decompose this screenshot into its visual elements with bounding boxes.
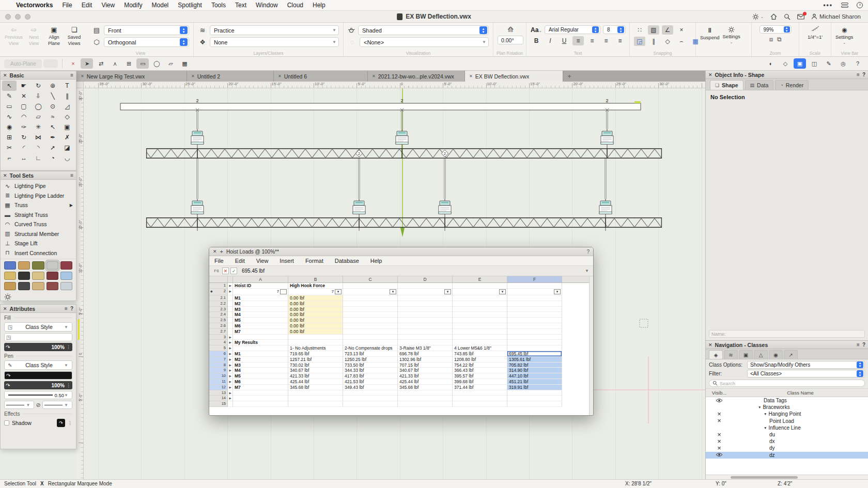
worksheet-cell[interactable]: 0.00 lbf bbox=[288, 307, 343, 312]
worksheet-row[interactable]: ◆2▶77▼▼▼▼▼ bbox=[209, 289, 589, 295]
worksheet-title-bar[interactable]: ✕ + Hoist Loads @ 100%** ? bbox=[209, 247, 593, 256]
bold-button[interactable]: B bbox=[531, 36, 542, 45]
worksheet-cell[interactable]: ▼ bbox=[398, 289, 453, 295]
basic-tool-icon[interactable]: ⊕ bbox=[45, 81, 60, 91]
worksheet-row[interactable]: 2.4M40.00 lbf bbox=[209, 312, 589, 318]
align-center-button[interactable]: ≡ bbox=[586, 36, 598, 45]
control-center-icon[interactable] bbox=[841, 3, 848, 8]
polygon-marquee-mode-icon[interactable]: ▱ bbox=[164, 58, 177, 69]
tool-set-tile[interactable] bbox=[4, 272, 16, 280]
add-worksheet-icon[interactable]: + bbox=[220, 248, 223, 255]
active-class-dropdown[interactable]: None▼ bbox=[210, 37, 339, 47]
worksheet-cell[interactable] bbox=[507, 295, 562, 301]
pen-color-swatch[interactable]: ↷ bbox=[4, 371, 72, 380]
hoist-loads-window[interactable]: ✕ + Hoist Loads @ 100%** ? FileEditViewI… bbox=[209, 247, 594, 416]
snap-mode-icon[interactable]: ∥ bbox=[648, 37, 659, 46]
worksheet-cell[interactable] bbox=[453, 340, 507, 345]
tab-shape[interactable]: ❏Shape bbox=[710, 80, 743, 90]
worksheet-cell[interactable]: 0.00 lbf bbox=[288, 329, 343, 335]
worksheet-cell[interactable]: 1302.96 lbf bbox=[398, 357, 453, 363]
settings-button[interactable]: Settings⌄ bbox=[723, 25, 740, 50]
line-thickness-dropdown[interactable]: 0.50▼ bbox=[4, 391, 72, 399]
worksheet-row[interactable]: 13▶ bbox=[209, 390, 589, 396]
visibility-toggle[interactable]: × bbox=[706, 432, 733, 438]
row-disclosure-arrow[interactable]: ▶ bbox=[228, 379, 233, 385]
row-disclosure-arrow[interactable]: ▶ bbox=[228, 340, 233, 345]
new-tab-button[interactable]: + bbox=[563, 71, 576, 82]
row-number[interactable]: 1 bbox=[209, 283, 228, 289]
worksheet-cell[interactable]: 345.68 lbf bbox=[288, 385, 343, 390]
basic-tool-icon[interactable]: ⊙ bbox=[45, 101, 60, 112]
align-plane-button[interactable]: ▣AlignPlane bbox=[44, 25, 64, 50]
worksheet-cell[interactable] bbox=[343, 301, 398, 307]
row-number[interactable]: 3 bbox=[209, 335, 228, 340]
tool-set-item-structural-member[interactable]: ▥Structural Member bbox=[1, 229, 76, 239]
class-row-dx[interactable]: ×dx bbox=[706, 438, 868, 445]
disable-snap-icon[interactable]: × bbox=[67, 58, 79, 69]
menu-item-model[interactable]: Model bbox=[147, 2, 174, 9]
snap-loupe-icon[interactable]: ⋏ bbox=[109, 58, 121, 69]
tool-set-tile[interactable] bbox=[18, 282, 30, 290]
basic-tool-icon[interactable]: ✂ bbox=[2, 143, 17, 153]
palette-menu-icon[interactable]: ≡ bbox=[70, 72, 73, 78]
navigation-tab-icon[interactable]: ◉ bbox=[769, 350, 783, 359]
class-row-du[interactable]: ×du bbox=[706, 431, 868, 438]
close-palette-icon[interactable]: ✕ bbox=[708, 72, 712, 77]
accept-entry-button[interactable]: ✓ bbox=[230, 267, 237, 274]
worksheet-cell[interactable] bbox=[398, 335, 453, 340]
row-number[interactable]: 14 bbox=[209, 396, 228, 401]
worksheet-cell[interactable]: 399.68 lbf bbox=[453, 379, 507, 385]
worksheet-cell[interactable]: 395.57 lbf bbox=[453, 373, 507, 379]
worksheet-cell[interactable]: 344.33 lbf bbox=[343, 368, 398, 373]
worksheet-cell[interactable] bbox=[507, 401, 562, 407]
active-layer-dropdown[interactable]: Practice▼ bbox=[210, 25, 339, 35]
cancel-entry-button[interactable]: ✕ bbox=[222, 267, 229, 274]
line-style-dropdown[interactable]: ▼ bbox=[4, 401, 34, 409]
worksheet-cell[interactable]: M3 bbox=[233, 307, 288, 312]
row-disclosure-arrow[interactable] bbox=[228, 401, 233, 407]
document-tab[interactable]: ✕2021.12-bw-wo...ple.v2024.vwx bbox=[368, 71, 465, 82]
saved-views-button[interactable]: ❏SavedViews bbox=[65, 25, 84, 50]
document-tab[interactable]: ✕Untitled 6 bbox=[274, 71, 368, 82]
worksheet-cell[interactable]: 319.91 lbf bbox=[507, 385, 562, 390]
worksheet-menu-format[interactable]: Format bbox=[305, 258, 330, 264]
worksheet-menu-database[interactable]: Database bbox=[335, 258, 365, 264]
render-options-icon[interactable]: ◎ bbox=[837, 58, 849, 69]
worksheet-cell[interactable] bbox=[398, 390, 453, 396]
tab-data[interactable]: ▤Data bbox=[745, 80, 774, 90]
row-number[interactable]: 2.7 bbox=[209, 329, 228, 335]
tab-render[interactable]: ◔Render bbox=[775, 80, 809, 90]
close-tab-icon[interactable]: ✕ bbox=[81, 74, 84, 78]
worksheet-cell[interactable]: 0.00 lbf bbox=[288, 323, 343, 329]
worksheet-cell[interactable]: 421.33 lbf bbox=[288, 373, 343, 379]
class-name-column-header[interactable]: Class Name bbox=[733, 390, 868, 396]
view-bar-settings-button[interactable]: ◉Settings⌄ bbox=[835, 25, 853, 50]
pen-style-dropdown[interactable]: ✎Class Style▼ bbox=[4, 360, 72, 370]
row-number[interactable]: 10 bbox=[209, 373, 228, 379]
close-tab-icon[interactable]: ✕ bbox=[469, 74, 473, 78]
worksheet-cell[interactable] bbox=[343, 396, 398, 401]
object-name-field[interactable]: Name: bbox=[709, 330, 865, 338]
font-dropdown[interactable]: Arial Regular▲▼ bbox=[545, 25, 600, 34]
formula-value[interactable]: 695.45 lbf bbox=[242, 268, 265, 274]
worksheet-cell[interactable]: 743.85 lbf bbox=[453, 351, 507, 357]
worksheet-cell[interactable]: 1208.80 lbf bbox=[453, 357, 507, 363]
worksheet-cell[interactable] bbox=[453, 401, 507, 407]
worksheet-cell[interactable]: 719.65 lbf bbox=[288, 351, 343, 357]
tool-set-item-straight-truss[interactable]: ▬Straight Truss bbox=[1, 210, 76, 220]
worksheet-cell[interactable] bbox=[343, 335, 398, 340]
worksheet-cell[interactable]: Hoist ID bbox=[233, 283, 288, 289]
worksheet-cell[interactable] bbox=[398, 329, 453, 335]
basic-tool-icon[interactable]: ◡ bbox=[60, 153, 74, 163]
column-header-B[interactable]: B bbox=[288, 276, 343, 282]
worksheet-cell[interactable]: ▼ bbox=[507, 289, 562, 295]
worksheet-cell[interactable] bbox=[398, 401, 453, 407]
row-disclosure-arrow[interactable]: ▶ bbox=[228, 283, 233, 289]
object-drag-mode-icon[interactable]: ⊞ bbox=[122, 58, 135, 69]
row-number[interactable]: 2.5 bbox=[209, 318, 228, 323]
palette-menu-icon[interactable]: ≡ bbox=[70, 172, 73, 178]
worksheet-cell[interactable]: 425.44 lbf bbox=[398, 379, 453, 385]
italic-button[interactable]: I bbox=[545, 36, 556, 45]
class-row-hanging-point[interactable]: ×▼Hanging Point bbox=[706, 411, 868, 417]
menu-item-help[interactable]: Help bbox=[308, 2, 330, 9]
